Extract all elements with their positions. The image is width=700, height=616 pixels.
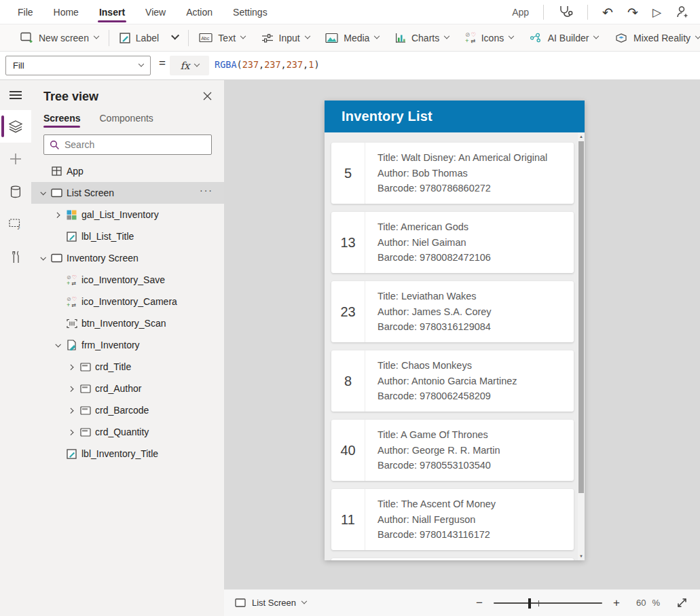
zoom-slider[interactable] [494,598,602,609]
card-icon [77,384,93,393]
tree-item-btn-inventory-scan[interactable]: btn_Inventory_Scan [31,312,224,334]
new-screen-button[interactable]: New screen [20,32,98,43]
gallery-item[interactable]: 23 Title: Leviathan WakesAuthor: James S… [331,281,574,342]
scroll-down-icon[interactable]: ▼ [578,554,585,558]
chevron-down-icon[interactable] [55,342,60,347]
tree-item-frm-inventory[interactable]: frm_Inventory [31,334,224,356]
item-barcode: Barcode: 9780062458209 [377,388,574,404]
gallery-item[interactable]: 40 Title: A Game Of ThronesAuthor: Georg… [331,420,574,481]
main-menu: File Home Insert View Action Settings [18,0,268,24]
zoom-slider-handle[interactable] [528,598,531,609]
charts-menu-button[interactable]: Charts [395,33,449,43]
menu-file[interactable]: File [18,0,33,24]
tree-item-label: lbl_Inventory_Title [81,448,158,459]
gallery-item[interactable]: 13 Title: American GodsAuthor: Niel Gaim… [331,212,574,273]
tree-item-label: App [67,166,84,177]
media-menu-button[interactable]: Media [325,33,379,43]
tree-item-crd-barcode[interactable]: crd_Barcode [31,399,224,421]
undo-icon[interactable]: ↶ [602,6,613,19]
tree-item-app[interactable]: App [31,160,224,182]
insert-ribbon: New screen Label Abc Text Input Media Ch… [0,24,700,52]
rail-tree-view-button[interactable] [0,110,31,143]
gallery-item[interactable]: 5 Title: Walt Disney: An Americal Origin… [331,143,574,204]
label-expand-chevron-icon[interactable] [171,32,179,40]
item-more-menu[interactable]: ··· [200,185,213,196]
formula-input[interactable]: RGBA(237,237,237,1) [215,59,320,70]
gallery-item[interactable]: 11 Title: The Ascent Of MoneyAuthor: Nia… [331,489,574,550]
label-button[interactable]: Label [119,33,159,43]
icons-menu-button[interactable]: ⊘♡+⇄ Icons [465,32,513,43]
app-menu-label[interactable]: App [512,7,529,18]
gallery-item[interactable]: 8 Title: Chaos MonkeysAuthor: Antonio Ga… [331,350,574,412]
ai-builder-menu-button[interactable]: AI Builder [530,33,599,43]
tab-components[interactable]: Components [99,113,153,128]
rail-advanced-tools-button[interactable] [0,240,31,273]
zoom-in-button[interactable]: + [610,596,623,610]
gallery-scrollbar[interactable]: ▲ ▼ [578,132,585,560]
rail-insert-button[interactable] [0,143,31,175]
property-selector[interactable]: Fill [5,56,151,75]
share-person-add-icon[interactable] [676,5,689,20]
scroll-up-icon[interactable]: ▲ [578,134,585,139]
screen-title-bar[interactable]: Inventory List [325,101,585,132]
item-author: Author: Antonio Garcia Martinez [377,374,574,389]
tree-item-inventory-screen[interactable]: Inventory Screen [31,247,224,269]
tree-item-label: ico_Inventory_Camera [81,296,177,307]
inventory-gallery[interactable]: 5 Title: Walt Disney: An Americal Origin… [325,132,578,560]
text-abc-icon: Abc [199,33,213,43]
tree-item-crd-author[interactable]: crd_Author [31,378,224,399]
top-menu-bar: File Home Insert View Action Settings Ap… [0,0,700,24]
item-barcode: Barcode: 9780143116172 [377,527,574,543]
chevron-right-icon[interactable] [68,429,73,435]
menu-settings[interactable]: Settings [233,0,268,24]
fx-button[interactable]: fx [170,56,209,75]
tree-search-box[interactable] [43,134,212,155]
scrollbar-thumb[interactable] [578,141,584,493]
tree-item-ico-inventory-save[interactable]: ⊘♡+⇄ ico_Inventory_Save [31,269,224,291]
screen-selector[interactable]: List Screen [235,598,306,608]
tree-item-ico-inventory-camera[interactable]: ⊘♡+⇄ ico_Inventory_Camera [31,291,224,312]
rail-data-button[interactable] [0,175,31,208]
tree-item-lbl-inventory-title[interactable]: lbl_Inventory_Title [31,443,224,465]
tree-list: App List Screen ··· gal_List_Inventory l… [31,160,224,465]
tree-item-gal-list-inventory[interactable]: gal_List_Inventory [31,204,224,225]
app-checker-icon[interactable] [558,5,573,20]
preview-play-icon[interactable]: ▷ [652,7,661,18]
item-author: Author: James S.A. Corey [377,304,574,320]
zoom-slider-track[interactable] [494,602,602,604]
menu-insert[interactable]: Insert [99,0,125,24]
item-quantity: 13 [331,212,365,273]
item-quantity: 11 [331,489,365,550]
menu-action[interactable]: Action [186,0,213,24]
search-input[interactable] [65,139,206,150]
item-title: Title: The Ascent Of Money [377,496,574,512]
chevron-right-icon[interactable] [68,364,73,369]
design-canvas[interactable]: Inventory List 5 Title: Walt Disney: An … [224,80,700,590]
hamburger-menu-button[interactable] [0,80,31,110]
menu-home[interactable]: Home [54,0,79,24]
chevron-right-icon[interactable] [54,212,60,217]
mixed-reality-menu-button[interactable]: Mixed Reality [614,33,700,43]
tab-screens[interactable]: Screens [43,113,80,128]
database-icon [10,185,21,198]
zoom-out-button[interactable]: − [473,596,485,610]
chevron-right-icon[interactable] [68,386,73,391]
tree-item-crd-title[interactable]: crd_Title [31,356,224,378]
text-menu-button[interactable]: Abc Text [199,33,245,43]
close-icon[interactable] [203,91,212,103]
zoom-percentage[interactable]: 60 % [636,598,660,608]
item-title: Title: Leviathan Wakes [377,289,574,304]
rail-media-button[interactable]: ♪ [0,208,31,240]
chevron-right-icon[interactable] [68,407,73,413]
input-menu-button[interactable]: Input [261,33,310,43]
chevron-down-icon[interactable] [40,255,45,260]
gallery-item-partial[interactable] [331,558,574,560]
menu-view[interactable]: View [145,0,166,24]
fit-to-window-icon[interactable] [676,597,688,609]
redo-icon[interactable]: ↷ [627,6,638,19]
tree-item-lbl-list-title[interactable]: lbl_List_Title [31,225,224,247]
tree-item-list-screen[interactable]: List Screen ··· [31,182,224,204]
chevron-down-icon[interactable] [40,189,45,195]
tree-item-crd-quantity[interactable]: crd_Quantity [31,421,224,443]
app-screen-list-screen[interactable]: Inventory List 5 Title: Walt Disney: An … [325,101,585,560]
